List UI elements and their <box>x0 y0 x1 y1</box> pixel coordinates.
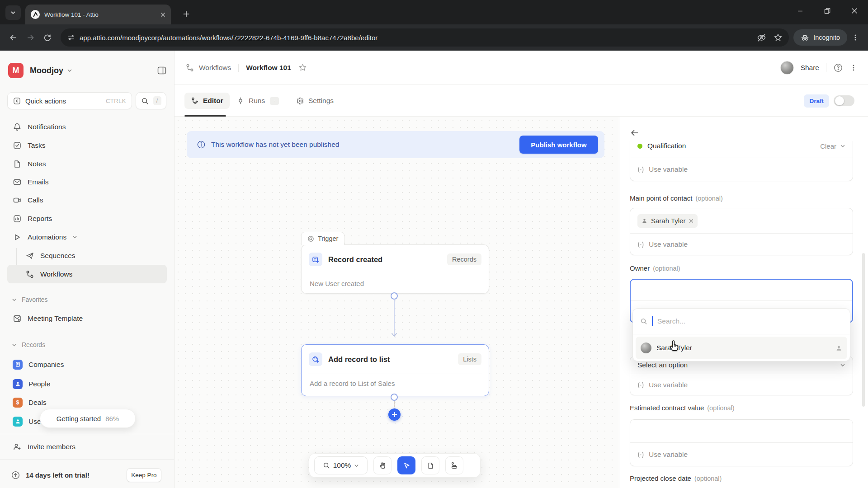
use-variable-button[interactable]: Use variable <box>630 234 853 255</box>
sidebar-item-companies[interactable]: Companies <box>7 355 167 374</box>
publish-workflow-button[interactable]: Publish workflow <box>519 136 598 154</box>
getting-started-tooltip[interactable]: Getting started 86% <box>40 409 136 428</box>
contact-chip[interactable]: Sarah Tyler <box>637 214 698 228</box>
trigger-node[interactable]: Record created Records New User created <box>301 244 489 294</box>
share-button[interactable]: Share <box>801 64 819 72</box>
runs-icon <box>236 97 245 105</box>
search-icon <box>640 318 647 325</box>
help-icon[interactable] <box>833 63 843 73</box>
minimize-button[interactable] <box>787 0 814 22</box>
panel-scrollbar[interactable] <box>862 253 865 407</box>
use-variable-button[interactable]: Use variable <box>630 158 853 181</box>
chevron-down-icon[interactable] <box>840 143 845 149</box>
sidebar-collapse-button[interactable] <box>157 66 167 75</box>
publish-toggle[interactable] <box>834 95 854 106</box>
forward-button[interactable] <box>22 29 39 46</box>
sidebar-item-calls[interactable]: Calls <box>7 191 167 209</box>
restore-button[interactable] <box>814 0 841 22</box>
sidebar-item-reports[interactable]: Reports <box>7 209 167 228</box>
quick-actions-button[interactable]: Quick actions CTRLK <box>7 92 132 109</box>
sidebar-item-notifications[interactable]: Notifications <box>7 117 167 136</box>
use-variable-button[interactable]: Use variable <box>630 374 853 395</box>
magnifier-icon <box>323 462 330 469</box>
template-icon <box>13 314 22 323</box>
sidebar-item-meeting-template[interactable]: Meeting Template <box>7 309 167 328</box>
owner-field-label: Owner (optional) <box>630 264 680 275</box>
variable-icon <box>637 382 644 389</box>
bookmark-star-icon[interactable] <box>774 33 783 42</box>
notes-tool-button[interactable] <box>421 456 439 474</box>
sidebar-item-workflows[interactable]: Workflows <box>7 265 167 283</box>
companies-icon <box>13 360 23 370</box>
connector-port[interactable] <box>391 394 398 401</box>
records-section-header[interactable]: Records <box>12 338 45 352</box>
tab-runs[interactable]: Runs - <box>236 93 279 109</box>
user-avatar[interactable] <box>780 61 794 75</box>
pan-tool-button[interactable] <box>373 456 392 474</box>
keep-pro-button[interactable]: Keep Pro <box>127 468 161 482</box>
dropdown-search-row[interactable] <box>633 309 850 334</box>
tab-settings[interactable]: Settings <box>296 93 334 109</box>
dropdown-option-sarah-tyler[interactable]: Sarah Tyler <box>636 337 847 359</box>
invite-members-button[interactable]: Invite members <box>7 437 167 456</box>
chevron-down-icon <box>12 343 17 347</box>
breadcrumb-root[interactable]: Workflows <box>199 64 231 72</box>
contract-value-row[interactable] <box>630 420 853 442</box>
sidebar-item-people[interactable]: People <box>7 375 167 393</box>
action-node[interactable]: Add record to list Lists Add a record to… <box>301 344 489 396</box>
new-tab-button[interactable] <box>179 7 193 21</box>
browser-tab[interactable]: Workflow 101 - Attio <box>25 5 171 24</box>
breadcrumb-separator <box>238 64 239 72</box>
use-variable-button[interactable]: Use variable <box>630 443 853 466</box>
eye-off-icon[interactable] <box>757 33 766 42</box>
favorites-section-header[interactable]: Favorites <box>12 293 48 306</box>
site-info-icon[interactable] <box>67 33 75 42</box>
more-options-icon[interactable] <box>850 64 857 71</box>
sidebar-search-button[interactable]: / <box>136 92 166 109</box>
sidebar-item-emails[interactable]: Emails <box>7 173 167 191</box>
toggle-knob <box>835 96 844 105</box>
config-panel: Qualification Clear Use variable <box>619 117 868 488</box>
breadcrumb-current[interactable]: Workflow 101 <box>246 64 291 72</box>
plus-icon <box>183 11 189 17</box>
back-button[interactable] <box>5 29 22 46</box>
address-bar[interactable]: app.attio.com/moodjoycorp/automations/wo… <box>61 28 789 47</box>
sidebar-item-notes[interactable]: Notes <box>7 155 167 173</box>
trigger-node-badge: Records <box>447 253 481 265</box>
kebab-menu-icon <box>852 34 859 41</box>
sidebar-item-automations[interactable]: Automations <box>7 228 167 246</box>
variable-icon <box>637 451 644 458</box>
contact-value-row[interactable]: Sarah Tyler <box>630 208 853 233</box>
workspace-logo[interactable]: M <box>8 63 24 78</box>
status-value-row[interactable]: Qualification Clear <box>630 141 853 158</box>
reload-button[interactable] <box>39 29 56 46</box>
sidebar-item-tasks[interactable]: Tasks <box>7 136 167 155</box>
remove-chip-icon[interactable] <box>689 219 693 223</box>
window-controls <box>787 0 868 22</box>
favorite-star-icon[interactable] <box>298 63 307 72</box>
chevron-down-icon[interactable] <box>67 68 72 73</box>
tab-search-button[interactable] <box>5 5 21 20</box>
tab-editor[interactable]: Editor <box>184 93 230 109</box>
zoom-control[interactable]: 100% <box>314 456 368 474</box>
select-tool-button[interactable] <box>397 456 415 474</box>
tab-strip: Workflow 101 - Attio <box>0 0 868 24</box>
connector-port[interactable] <box>391 292 398 300</box>
layout-tool-button[interactable] <box>445 456 463 474</box>
sidebar-item-sequences[interactable]: Sequences <box>7 246 167 265</box>
workflow-canvas[interactable]: This workflow has not yet been published… <box>175 117 619 488</box>
browser-chrome: Workflow 101 - Attio <box>0 0 868 51</box>
chevron-down-icon[interactable] <box>840 362 845 368</box>
clear-button[interactable]: Clear <box>820 142 836 150</box>
chevron-down-icon <box>72 235 77 239</box>
browser-menu-button[interactable] <box>847 29 863 46</box>
panel-back-button[interactable] <box>627 126 642 140</box>
connector-line <box>394 300 395 336</box>
dropdown-search-input[interactable] <box>657 317 843 325</box>
close-window-button[interactable] <box>841 0 868 22</box>
workspace-name[interactable]: Moodjoy <box>30 66 63 75</box>
add-step-button[interactable] <box>388 408 401 421</box>
option-avatar <box>641 343 651 353</box>
tab-close-icon[interactable] <box>160 12 165 17</box>
sidebar-item-label: Sequences <box>40 252 75 260</box>
